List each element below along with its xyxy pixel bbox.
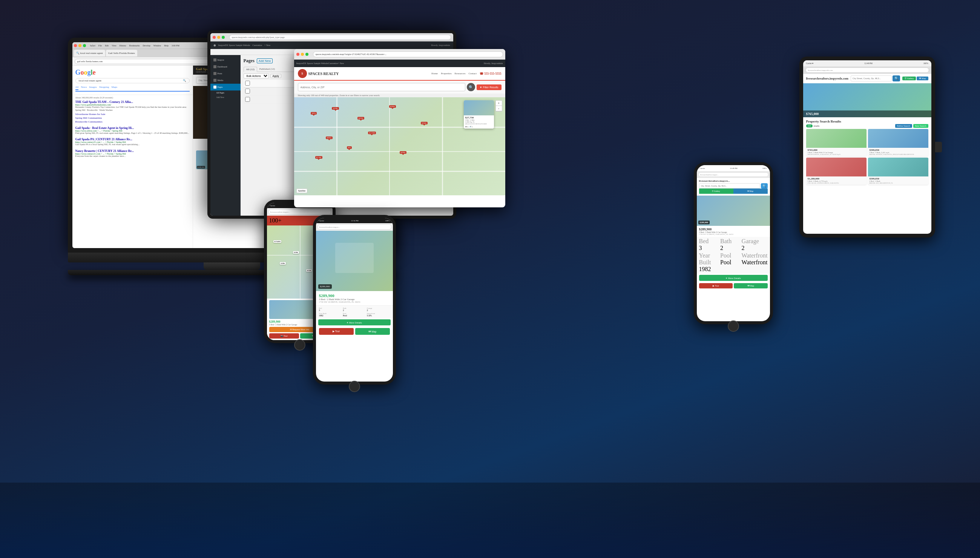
phone-left-home-button[interactable]: [294, 339, 305, 351]
phone-right-more-details-button[interactable]: ✦ More Details: [699, 275, 768, 281]
phone-center-home-button[interactable]: [349, 381, 360, 392]
phone-price-tag-4[interactable]: $250k: [306, 269, 312, 272]
tablet-refine-search-button[interactable]: Refine Search: [895, 124, 912, 128]
menu-file[interactable]: File: [98, 44, 102, 47]
map-close-dot[interactable]: [296, 53, 299, 56]
map-filter-button[interactable]: ▼ Filter Results: [477, 84, 502, 90]
browser-tab-website[interactable]: Gail Sells Florida Homes: [106, 50, 137, 57]
minimize-dot[interactable]: [79, 44, 82, 47]
map-nav-properties[interactable]: Properties: [441, 72, 451, 75]
phone-price-tag-2[interactable]: $298k: [293, 251, 299, 254]
google-tab-all[interactable]: All: [76, 85, 79, 90]
map-nav-resources[interactable]: Resources: [455, 72, 466, 75]
wp-close-dot[interactable]: [213, 36, 216, 39]
sidebar-item-inspyre[interactable]: Inspyre: [210, 57, 241, 63]
map-maximize-dot[interactable]: [305, 53, 309, 56]
tablet-search-input[interactable]: [851, 75, 892, 81]
tablet-search-button[interactable]: 🔍: [893, 75, 900, 81]
google-search-box[interactable]: local real estate agent 🔍: [76, 78, 190, 83]
phone-right-home-button[interactable]: [728, 320, 739, 332]
select-all-checkbox[interactable]: [245, 81, 250, 85]
phone-center-url[interactable]: livesearchrealtors.inspyre...: [317, 224, 391, 230]
tablet-gallery-button[interactable]: ☰ Gallery: [902, 77, 916, 80]
sidebar-sub-all-pages[interactable]: All Pages: [210, 90, 241, 95]
menu-safari[interactable]: Safari: [90, 44, 95, 47]
result-2-title[interactable]: Gail Spada - Real Estate Agent in Spring…: [76, 126, 190, 130]
result-1-sub-2[interactable]: Spring Hill Communities: [76, 117, 190, 120]
menu-bookmarks[interactable]: Bookmarks: [129, 44, 140, 47]
map-zoom-out-button[interactable]: -: [496, 106, 502, 111]
sidebar-item-media[interactable]: Media: [210, 77, 241, 84]
tablet-url-bar[interactable]: livesearchrealtors.inspyredx.com: [805, 67, 929, 73]
phone-center-tour-button[interactable]: ▶ Tour: [319, 328, 354, 335]
wp-customize-link[interactable]: Customize: [252, 44, 262, 46]
price-marker-4[interactable]: $500k: [389, 105, 396, 108]
wp-site-name[interactable]: InspyreDX Spaces Sample Website: [218, 44, 250, 46]
map-nav-home[interactable]: Home: [432, 72, 438, 75]
wp-url-bar[interactable]: spaces.inspyredx.com/wp-admin/edit.php?p…: [229, 35, 451, 40]
phone-center-map-button[interactable]: 🗺 Map: [355, 328, 390, 335]
tablet-home-button[interactable]: [935, 142, 942, 152]
wp-add-new-button[interactable]: Add New: [257, 58, 272, 63]
satellite-button[interactable]: Satellite: [296, 189, 308, 193]
map-area[interactable]: $97k $338k $432k $500k $294k $995k $1.35…: [294, 97, 505, 195]
menu-history[interactable]: History: [120, 44, 126, 47]
phone-center-more-details-button[interactable]: ✦ More Details: [318, 319, 391, 325]
wp-logo[interactable]: ⊕: [213, 44, 216, 47]
phone-left-url[interactable]: livesearcrealtors.inspyre...: [268, 209, 331, 215]
google-tab-news[interactable]: News: [81, 85, 87, 90]
map-zoom-in-button[interactable]: +: [496, 101, 502, 106]
close-dot[interactable]: [74, 44, 77, 47]
menu-develop[interactable]: Develop: [143, 44, 150, 47]
phone-right-search-button[interactable]: 🔍: [761, 183, 768, 189]
sidebar-item-pages[interactable]: Pages: [210, 84, 241, 90]
map-admin-new[interactable]: + New: [338, 62, 344, 64]
wp-minimize-dot[interactable]: [217, 36, 220, 39]
tablet-listing-card-4[interactable]: $599,850 2 Bed / 2 Bath BROOK AVE, BRADE…: [868, 158, 928, 185]
map-url-bar[interactable]: spaces.inspyredx.com/mls-map/?origin=27.…: [313, 51, 503, 57]
result-3-title[interactable]: Gail Spada PA | CENTURY 21 Alliance Re..…: [76, 138, 190, 141]
bulk-apply-button[interactable]: Apply: [270, 74, 282, 78]
result-1-sub-1[interactable]: Silverthorne Homes for Sale: [76, 113, 190, 116]
price-marker-7[interactable]: $1.35M: [368, 131, 376, 134]
phone-price-tag-1[interactable]: $170,000: [273, 240, 281, 243]
menu-window[interactable]: Window: [153, 44, 161, 47]
price-marker-6[interactable]: $995k: [326, 136, 333, 139]
phone-right-map-button[interactable]: 🗺 Map: [734, 189, 768, 194]
price-marker-9[interactable]: $299k: [400, 151, 407, 154]
phone-right-tour-button[interactable]: ▶ Tour: [699, 283, 733, 289]
map-minimize-dot[interactable]: [301, 53, 304, 56]
menu-view[interactable]: View: [112, 44, 117, 47]
price-marker-8[interactable]: $2k: [347, 146, 352, 149]
row-checkbox-2[interactable]: [245, 97, 250, 102]
tablet-listing-card-2[interactable]: $599,850 3 Bed / 2 Bath, 2,411 sq.ft. BR…: [868, 129, 928, 156]
result-1-sub-3[interactable]: Brooksville Communities: [76, 120, 190, 123]
wp-tab-published[interactable]: Published (12): [257, 67, 277, 72]
google-tab-images[interactable]: Images: [89, 85, 97, 90]
google-tab-shopping[interactable]: Shopping: [99, 85, 109, 90]
row-checkbox-1[interactable]: [245, 89, 250, 94]
tablet-listing-card-3[interactable]: $1,280,000 5 Bed / 6 Bath, 4,770 sq.ft. …: [806, 158, 867, 185]
price-marker-1[interactable]: $97k: [311, 112, 317, 115]
map-search-icon[interactable]: 🔍: [467, 83, 475, 91]
map-search-input[interactable]: [298, 83, 465, 91]
browser-tab-google[interactable]: 🔍 local real estate agent: [74, 50, 105, 57]
phone-right-map-btn[interactable]: 🗺 Map: [734, 283, 768, 289]
tablet-map-button[interactable]: 🗺 Map: [917, 77, 928, 80]
wp-tab-all[interactable]: All (12): [244, 67, 257, 72]
price-marker-3[interactable]: $432k: [358, 117, 364, 120]
map-nav-contact[interactable]: Contact: [468, 72, 477, 75]
wp-maximize-dot[interactable]: [222, 36, 225, 39]
phone-price-tag-3[interactable]: $180k: [280, 262, 286, 265]
tablet-listing-card-1[interactable]: $765,000 3 Bed / 2 Bath With 3 Car Garag…: [806, 129, 867, 156]
google-tab-maps[interactable]: Maps: [111, 85, 117, 90]
map-admin-customize[interactable]: Customize: [328, 62, 338, 64]
sidebar-sub-add-new[interactable]: Add New: [210, 95, 241, 100]
sidebar-item-dashboard[interactable]: Dashboard: [210, 63, 241, 70]
phone-right-url[interactable]: livesearchrealtors.inspyre...: [698, 172, 768, 177]
tablet-new-search-button[interactable]: New Search: [913, 124, 928, 128]
bulk-actions-select[interactable]: Bulk Actions: [244, 74, 269, 79]
sidebar-item-posts[interactable]: Posts: [210, 70, 241, 77]
maximize-dot[interactable]: [83, 44, 86, 47]
price-marker-10[interactable]: $1.5M: [315, 156, 322, 159]
